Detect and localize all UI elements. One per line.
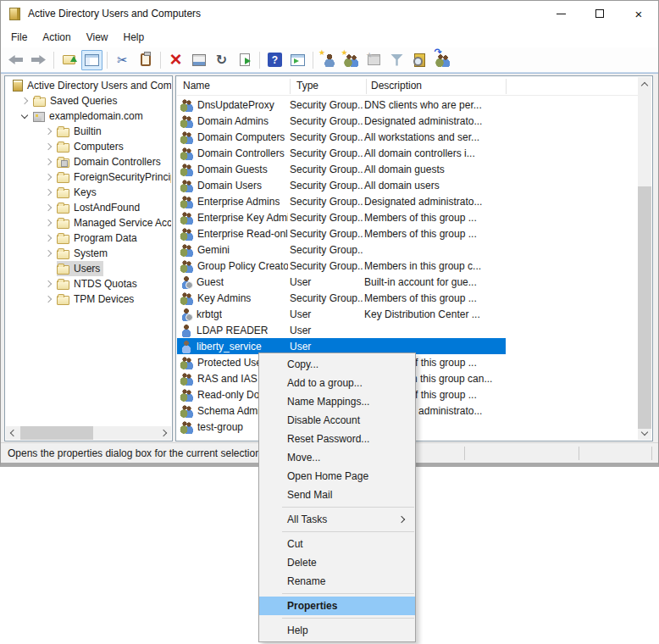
object-description: Members of this group ... <box>363 212 503 224</box>
context-menu-item[interactable]: Add to a group... <box>259 374 415 392</box>
tree-horizontal-scrollbar[interactable] <box>6 426 171 440</box>
list-vertical-scrollbar[interactable] <box>638 77 651 440</box>
menu-item[interactable]: Action <box>35 29 78 46</box>
column-divider[interactable] <box>506 79 507 94</box>
menu-item[interactable]: View <box>79 29 116 46</box>
scroll-right-icon[interactable] <box>158 426 171 440</box>
back-button[interactable] <box>5 50 26 70</box>
tree-item[interactable]: Users <box>6 261 171 276</box>
context-menu-item[interactable]: Rename <box>259 572 415 591</box>
tree-item[interactable]: Computers <box>6 139 171 154</box>
menu-item[interactable]: Help <box>116 29 152 46</box>
chevron-icon[interactable] <box>19 93 30 108</box>
column-header-name[interactable]: Name <box>183 80 210 92</box>
list-row[interactable]: krbtgt User Key Distribution Center ... <box>177 306 506 322</box>
context-menu-item[interactable]: Name Mappings... <box>259 392 415 411</box>
change-domain-controller-button[interactable] <box>432 50 453 70</box>
context-menu-item[interactable]: Copy... <box>259 355 415 374</box>
cut-button[interactable] <box>112 50 133 70</box>
chevron-icon[interactable] <box>43 200 53 215</box>
chevron-icon[interactable] <box>43 291 53 307</box>
new-group-button[interactable] <box>341 50 362 70</box>
tree-item[interactable]: ForeignSecurityPrincipals <box>6 169 171 185</box>
tree-item[interactable]: NTDS Quotas <box>6 276 171 291</box>
scrollbar-thumb[interactable] <box>638 186 651 429</box>
list-row[interactable]: Key Admins Security Group... Members of … <box>177 290 506 306</box>
column-divider[interactable] <box>290 79 291 94</box>
scroll-down-icon[interactable] <box>638 426 651 440</box>
action-pane-button[interactable] <box>287 50 308 70</box>
tree-item[interactable]: LostAndFound <box>6 200 171 215</box>
status-divider <box>651 447 652 460</box>
chevron-icon[interactable] <box>43 246 53 261</box>
list-row[interactable]: Gemini Security Group... <box>177 242 506 258</box>
tree-item[interactable]: Saved Queries <box>6 93 171 108</box>
list-row[interactable]: Enterprise Admins Security Group... Desi… <box>177 193 506 209</box>
new-user-button[interactable] <box>318 50 339 70</box>
find-objects-button[interactable] <box>409 50 430 70</box>
list-row[interactable]: Enterprise Read-onl... Security Group...… <box>177 225 506 242</box>
tree-item[interactable]: System <box>6 246 171 261</box>
paste-button[interactable] <box>135 50 156 70</box>
context-menu-item[interactable]: Help <box>259 621 415 640</box>
list-row[interactable]: Group Policy Creato... Security Group...… <box>177 258 506 274</box>
chevron-icon[interactable] <box>43 124 53 139</box>
chevron-icon[interactable] <box>43 230 53 246</box>
tree-item[interactable]: Domain Controllers <box>6 154 171 169</box>
chevron-icon[interactable] <box>43 139 53 154</box>
list-row[interactable]: LDAP READER User <box>177 322 506 338</box>
tree-item[interactable]: exampledomain.com <box>6 108 171 124</box>
scroll-up-icon[interactable] <box>638 77 651 91</box>
context-menu-item[interactable]: Send Mail <box>259 486 415 504</box>
tree-item-icon <box>57 235 69 244</box>
context-menu-item[interactable]: Reset Password... <box>259 430 415 448</box>
tree-item[interactable]: Program Data <box>6 230 171 246</box>
list-row[interactable]: Guest User Built-in account for gue... <box>177 274 506 290</box>
scroll-left-icon[interactable] <box>6 426 19 440</box>
list-row[interactable]: DnsUpdateProxy Security Group... DNS cli… <box>177 97 506 113</box>
list-row[interactable]: Domain Controllers Security Group... All… <box>177 145 506 161</box>
object-description: All domain controllers i... <box>363 147 503 159</box>
tree-item[interactable]: Active Directory Users and Com <box>6 78 171 93</box>
column-divider[interactable] <box>366 79 367 94</box>
context-menu-item[interactable]: Cut <box>259 535 415 553</box>
chevron-icon[interactable] <box>43 215 53 230</box>
tree-item[interactable]: Managed Service Accounts <box>6 215 171 230</box>
list-row[interactable]: Domain Admins Security Group... Designat… <box>177 113 506 129</box>
column-header-description[interactable]: Description <box>371 80 422 92</box>
filter-button[interactable] <box>386 50 407 70</box>
list-row[interactable]: Domain Users Security Group... All domai… <box>177 177 506 193</box>
close-button[interactable]: × <box>619 1 658 26</box>
tree-item[interactable]: TPM Devices <box>6 291 171 307</box>
menu-item[interactable]: File <box>3 29 35 46</box>
context-menu-item[interactable]: Open Home Page <box>259 467 415 486</box>
refresh-button[interactable] <box>211 50 232 70</box>
column-header-type[interactable]: Type <box>296 80 318 92</box>
export-list-button[interactable] <box>234 50 255 70</box>
help-button[interactable] <box>264 50 285 70</box>
forward-button[interactable] <box>28 50 49 70</box>
context-menu-item[interactable]: All Tasks <box>259 510 415 529</box>
list-row[interactable]: Domain Guests Security Group... All doma… <box>177 161 506 177</box>
context-menu-item[interactable]: Delete <box>259 553 415 572</box>
up-one-level-button[interactable] <box>58 50 80 70</box>
show-console-tree-button[interactable] <box>81 50 102 70</box>
chevron-icon[interactable] <box>43 185 53 200</box>
chevron-icon[interactable] <box>43 169 53 185</box>
tree-item[interactable]: Builtin <box>6 124 171 139</box>
properties-button[interactable] <box>188 50 209 70</box>
chevron-icon[interactable] <box>43 276 53 291</box>
list-row[interactable]: Enterprise Key Admi... Security Group...… <box>177 209 506 225</box>
scrollbar-thumb[interactable] <box>20 426 93 440</box>
chevron-icon[interactable] <box>19 108 30 124</box>
tree-item[interactable]: Keys <box>6 185 171 200</box>
context-menu-item[interactable]: Disable Account <box>259 411 415 430</box>
delete-button[interactable] <box>165 50 186 70</box>
tree-item-icon <box>57 128 69 137</box>
maximize-button[interactable] <box>580 1 619 26</box>
list-row[interactable]: Domain Computers Security Group... All w… <box>177 129 506 145</box>
context-menu-item[interactable]: Move... <box>259 448 415 467</box>
context-menu-item[interactable]: Properties <box>259 597 415 615</box>
chevron-icon[interactable] <box>43 154 53 169</box>
minimize-button[interactable] <box>541 1 580 26</box>
